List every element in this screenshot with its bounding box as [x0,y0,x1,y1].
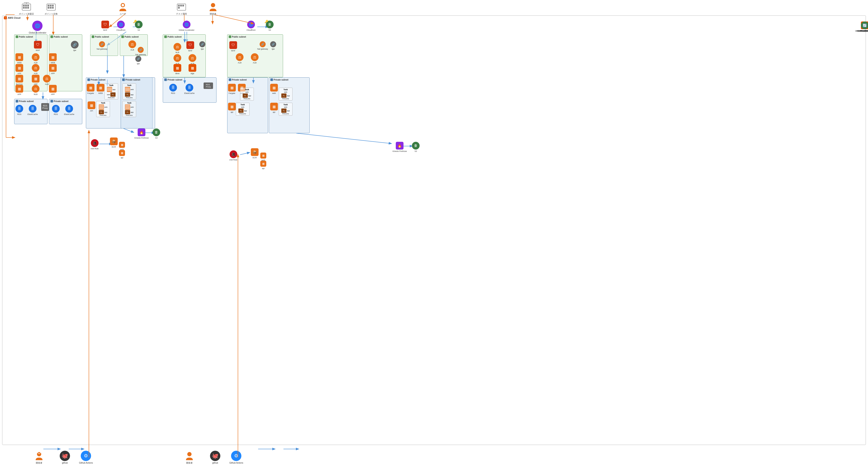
app-left-2: ▦ APP [49,64,57,75]
svg-rect-37 [52,5,54,6]
alb-left-2: ⚖ ALB [32,64,39,75]
web-fargate-center: ▦ WEB [97,84,104,94]
alb-left-3: ⚖ ALB [43,75,51,86]
task-box-center-2: Task web FL app FireLens [96,101,110,117]
svg-text:≡: ≡ [5,17,6,19]
key-icon-center: 🔑 [133,20,137,23]
api-fargate-test-2: ▦ api [270,103,278,113]
ecr-web-test: ▦ web [260,152,266,161]
github-bottom-left: 🐙 github [60,451,70,464]
svg-rect-45 [180,5,182,6]
developer-bottom-left: 開発者 [34,451,44,464]
svg-point-49 [37,452,41,456]
svg-rect-38 [48,7,50,8]
task-box-test-1: Task web FL app FireLens [240,88,254,100]
actor-user: ユーザ [118,2,128,15]
alb-test-right-1: ⚖ ALB [236,53,244,64]
kinesis-firehose-test: 🔥 Kinesis Firehose [393,142,407,152]
waf-left: 🛡 WAF [34,41,42,52]
main-canvas: ≡ AWS Cloud ポイント加盟店 ポイント交換 ユーザ テスト環境 開発者… [0,0,868,475]
task-box-center-1: Task app web FL FireLens [104,83,118,99]
svg-rect-36 [50,5,52,6]
task-box-test-3: Task web FL app FireLens [279,88,292,100]
ecr-web-center: ▦ web [119,142,125,151]
web-fargate-test-2: ▦ web [270,84,278,94]
rds-proxy-test: RDSProxy [204,83,213,89]
app-left-4: ▦ APP [16,85,23,96]
web-left-1: ▦ WEB [16,53,23,64]
cloudfront-test: 🌐 Cloudfront [247,21,255,31]
svg-rect-47 [178,7,180,8]
svg-rect-29 [23,7,25,8]
ecr-test: 📦 ECR [251,148,258,159]
iam-role-center: 🎩 IAM Role [91,139,99,150]
svg-point-51 [187,452,191,456]
github-bottom-right: 🐙 github [210,451,220,464]
data-lifecycle-sidebar: 🔄 Data Lifecycle Manager [855,22,868,32]
fargate-test-1: ▦ Fargate [228,84,236,94]
svg-rect-39 [50,7,52,8]
ecr-api-center: ▦ api [119,150,125,159]
task-box-test-4: Task web FL app FireLens [279,103,292,116]
svg-rect-26 [23,5,25,6]
stge-test: ▦ stge [189,64,196,75]
svg-point-42 [122,4,124,6]
igw-test-right: 🔗 igw [270,41,276,50]
public-subnet-test-1: Public subnet [163,34,206,77]
waf-test-right: 🛡 WAF [229,41,237,52]
nlb-left: ⚖ NLB [32,85,39,96]
app-left-3: ▦ APP [32,75,39,86]
actor-point-store: ポイント加盟店 [19,2,34,15]
task-box-test-2: Task web FL app FireLens [236,103,250,116]
svg-point-48 [211,3,215,7]
alb-test-1: ⚖ ALB [174,54,181,65]
waf-center: 🛡 WAF [101,21,109,31]
kinesis-firehose-center: 🔥 Kinesis Firehose [134,128,149,139]
svg-rect-40 [52,7,54,8]
elasticache-test: 🗄 ElastiCache [184,84,194,94]
igw-test: 🔗 igw [199,41,205,50]
alb-test-2: ⚖ ALB [189,54,196,65]
s3-center-bottom: 🗑 S3 [152,128,160,139]
web-left-2: ▦ WEB [49,53,57,64]
key-icon-test: 🔑 [265,20,268,23]
developer-bottom-right: 開発者 [184,451,194,464]
global-accelerator-left: 🌐 Global Accelerator [29,21,46,34]
task-box-center-4: Task web FL app FireLens [122,101,136,117]
actor-test-env: テスト環境 [176,2,187,15]
elasticache-left-2: 🗄 ElastiCache [64,105,74,116]
svg-rect-35 [48,5,50,6]
alb-left-1: ⚖ ALB [32,53,39,64]
svg-rect-46 [182,5,184,6]
svg-rect-27 [25,5,27,6]
svg-rect-30 [25,7,27,8]
api-fargate-test-1: ▦ api [228,103,236,113]
alb-center: ⚖ ALB [128,40,136,51]
nat-gateway-center-1: 🔗 Nat gateway [97,41,107,50]
nat-gateway-test: 🔗 Nat gateway [257,41,268,50]
ecr-api-test: ▦ api [260,161,266,170]
alb-test-right-2: ⚖ ALB [251,53,258,64]
app-left-1: ▦ APP [16,64,23,75]
elasticache-left: 🗄 ElastiCache [28,105,38,116]
nat-gateway-center-2: 🔗 Nat gateway [135,47,146,56]
github-actions-bottom-right: ⚙ Github Actions [229,451,243,464]
s3-test-bottom: 🗑 S3 [412,142,420,152]
aws-cloud-label: ≡ AWS Cloud [4,16,21,19]
igw-left: 🔗 igw [71,41,79,52]
batch-left: ▦ BATCH [16,75,23,86]
svg-rect-31 [27,7,29,8]
actor-developer-top: 開発者 [208,2,218,15]
svg-rect-28 [27,5,29,6]
actor-point-exchange: ポイント交換 [45,2,58,15]
waf-test: 🛡 WAF [186,41,194,52]
igw-center: 🔗 igw [135,56,141,65]
rds-test: 🗄 RDS [169,84,177,94]
fargate-center: ▦ Fargate [87,84,94,94]
ecr-center: 📦 ECR [110,138,118,148]
svg-rect-44 [178,5,180,6]
deve-test: ▦ deve [174,64,181,75]
app-left-5: ▦ APP [49,85,57,96]
cloudfront-center: 🌐 Cloudfront [116,21,125,31]
global-accelerator-test: 🌐 Global Accelerator [179,21,194,31]
